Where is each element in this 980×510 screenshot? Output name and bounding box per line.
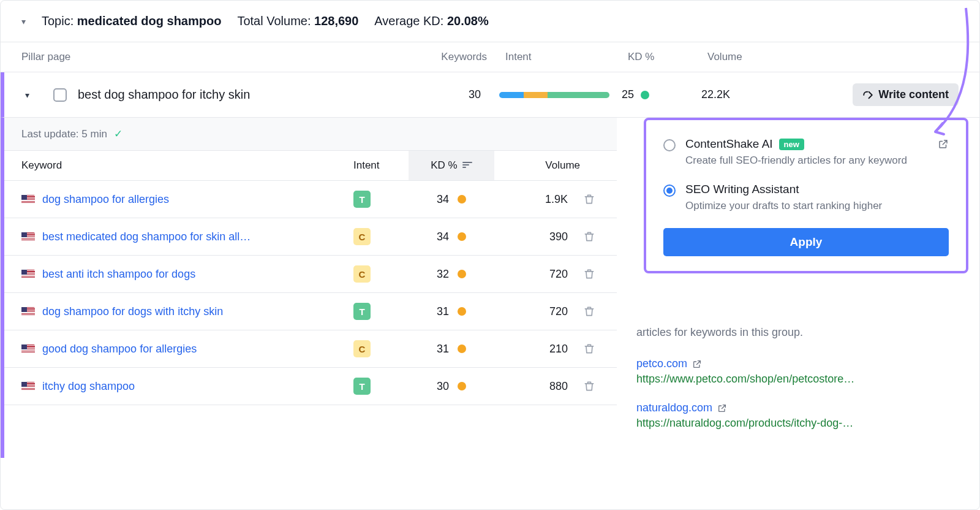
keyword-link[interactable]: good dog shampoo for allergies	[42, 343, 197, 356]
sort-desc-icon	[462, 162, 472, 169]
intent-badge: C	[353, 340, 371, 357]
row-checkbox[interactable]	[53, 88, 67, 102]
kd-indicator-icon	[458, 344, 466, 353]
collapse-icon[interactable]: ▾	[21, 17, 26, 26]
write-content-popover: ContentShake AI new Create full SEO-frie…	[644, 118, 968, 273]
right-panel: ContentShake AI new Create full SEO-frie…	[617, 118, 979, 458]
serp-domain[interactable]: naturaldog.com	[636, 402, 727, 414]
opt2-title: SEO Writing Assistant	[685, 183, 799, 196]
opt2-desc: Optimize your drafts to start ranking hi…	[685, 199, 949, 213]
intent-badge: T	[353, 378, 371, 395]
keyword-link[interactable]: itchy dog shampoo	[42, 380, 135, 393]
keyword-link[interactable]: best medicated dog shampoo for skin all…	[42, 230, 251, 243]
serp-results: petco.com https://www.petco.com/shop/en/…	[629, 357, 967, 430]
th-kd-sorted[interactable]: KD %	[409, 151, 494, 180]
th-volume[interactable]: Volume	[494, 151, 605, 180]
kd-indicator-icon	[641, 91, 649, 99]
write-content-label: Write content	[878, 88, 949, 101]
serp-result: petco.com https://www.petco.com/shop/en/…	[636, 357, 967, 386]
serp-url[interactable]: https://www.petco.com/shop/en/petcostore…	[636, 373, 967, 386]
intent-badge: C	[353, 265, 371, 283]
col-volume: Volume	[707, 51, 805, 63]
table-row: good dog shampoo for allergies C 31 210	[4, 330, 617, 368]
avg-kd-value: 20.08%	[447, 14, 489, 28]
pillar-kd: 25	[622, 88, 634, 101]
flag-us-icon	[21, 344, 35, 354]
col-intent: Intent	[505, 51, 628, 63]
serp-result: naturaldog.com https://naturaldog.com/pr…	[636, 402, 967, 430]
th-keyword[interactable]: Keyword	[4, 151, 347, 180]
delete-icon[interactable]	[583, 380, 595, 392]
option-seo-assistant[interactable]: SEO Writing Assistant Optimize your draf…	[663, 178, 949, 223]
flag-us-icon	[21, 307, 35, 316]
kd-indicator-icon	[458, 307, 466, 316]
delete-icon[interactable]	[583, 305, 595, 318]
volume-value: 1.9K	[494, 183, 574, 216]
last-update: Last update: 5 min ✓	[4, 118, 617, 151]
kd-value: 31	[437, 305, 449, 318]
keyword-link[interactable]: dog shampoo for allergies	[42, 193, 169, 206]
pillar-volume: 22.2K	[701, 88, 799, 101]
share-arrow-icon	[862, 89, 873, 101]
col-keywords: Keywords	[420, 51, 505, 63]
volume-value: 390	[494, 221, 574, 253]
keyword-topic-panel: ▾ Topic: medicated dog shampoo Total Vol…	[0, 0, 980, 510]
pillar-title: best dog shampoo for itchy skin	[78, 88, 413, 102]
kd-indicator-icon	[458, 270, 466, 278]
flag-us-icon	[21, 382, 35, 391]
write-content-button[interactable]: Write content	[853, 83, 959, 106]
volume-label: Total Volume:	[237, 14, 311, 28]
serp-domain[interactable]: petco.com	[636, 357, 702, 370]
topic-label: Topic:	[42, 14, 74, 28]
apply-button[interactable]: Apply	[663, 228, 949, 256]
obscured-text: articles for keywords in this group.	[629, 326, 967, 339]
inner-table-header: Keyword Intent KD % Volume	[4, 151, 617, 181]
kd-value: 34	[437, 230, 449, 243]
volume-value: 128,690	[314, 14, 358, 28]
delete-icon[interactable]	[583, 268, 595, 280]
keywords-table: Last update: 5 min ✓ Keyword Intent KD %…	[4, 118, 617, 458]
kd-value: 31	[437, 343, 449, 356]
table-row: itchy dog shampoo T 30 880	[4, 368, 617, 405]
topic-bar: ▾ Topic: medicated dog shampoo Total Vol…	[1, 1, 979, 42]
check-icon: ✓	[114, 128, 123, 140]
kd-indicator-icon	[458, 382, 466, 390]
flag-us-icon	[21, 232, 35, 242]
intent-badge: T	[353, 303, 371, 320]
volume-value: 720	[494, 258, 574, 291]
serp-url[interactable]: https://naturaldog.com/products/itchy-do…	[636, 417, 967, 430]
th-intent[interactable]: Intent	[347, 151, 409, 180]
option-contentshake[interactable]: ContentShake AI new Create full SEO-frie…	[663, 132, 949, 178]
column-headers: Pillar page Keywords Intent KD % Volume	[1, 42, 979, 72]
keyword-link[interactable]: best anti itch shampoo for dogs	[42, 268, 195, 281]
flag-us-icon	[21, 195, 35, 204]
opt1-desc: Create full SEO-friendly articles for an…	[685, 153, 949, 168]
volume-value: 210	[494, 333, 574, 365]
delete-icon[interactable]	[583, 230, 595, 243]
external-link-icon[interactable]	[938, 139, 949, 150]
table-row: dog shampoo for dogs with itchy skin T 3…	[4, 293, 617, 330]
table-row: best anti itch shampoo for dogs C 32 720	[4, 256, 617, 293]
radio-unselected[interactable]	[663, 139, 676, 151]
delete-icon[interactable]	[583, 343, 595, 355]
table-row: best medicated dog shampoo for skin all……	[4, 218, 617, 256]
avg-kd-label: Average KD:	[374, 14, 443, 28]
intent-bar	[499, 92, 609, 98]
kd-value: 30	[437, 380, 449, 393]
kd-indicator-icon	[458, 232, 466, 241]
pillar-keywords: 30	[413, 88, 499, 101]
delete-icon[interactable]	[583, 193, 595, 205]
topic-value: medicated dog shampoo	[77, 14, 222, 28]
intent-badge: C	[353, 228, 371, 245]
external-link-icon	[692, 359, 702, 369]
opt1-title: ContentShake AI	[685, 137, 773, 151]
keyword-link[interactable]: dog shampoo for dogs with itchy skin	[42, 305, 223, 318]
flag-us-icon	[21, 270, 35, 279]
external-link-icon	[717, 403, 727, 413]
table-row: dog shampoo for allergies T 34 1.9K	[4, 181, 617, 218]
expand-icon[interactable]: ▾	[25, 90, 53, 100]
kd-value: 34	[437, 193, 449, 206]
volume-value: 720	[494, 295, 574, 328]
pillar-page-row[interactable]: ▾ best dog shampoo for itchy skin 30 25 …	[1, 72, 979, 118]
radio-selected[interactable]	[663, 185, 676, 197]
